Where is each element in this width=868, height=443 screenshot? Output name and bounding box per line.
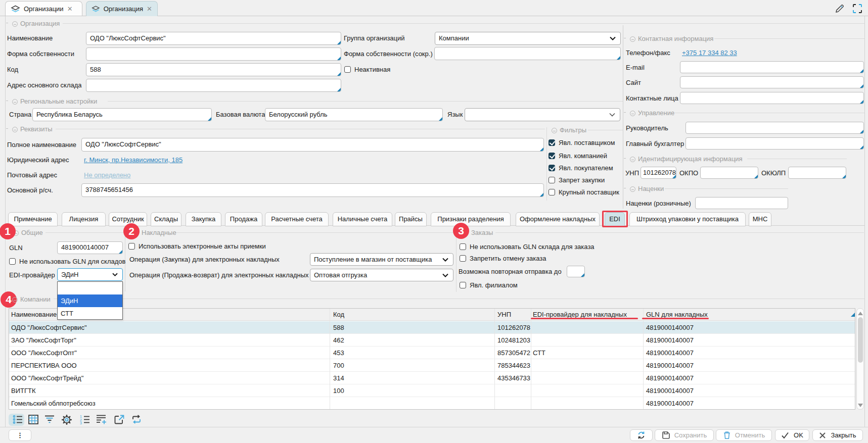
svg-text:3: 3 (80, 421, 82, 424)
svg-text:1: 1 (80, 415, 82, 418)
